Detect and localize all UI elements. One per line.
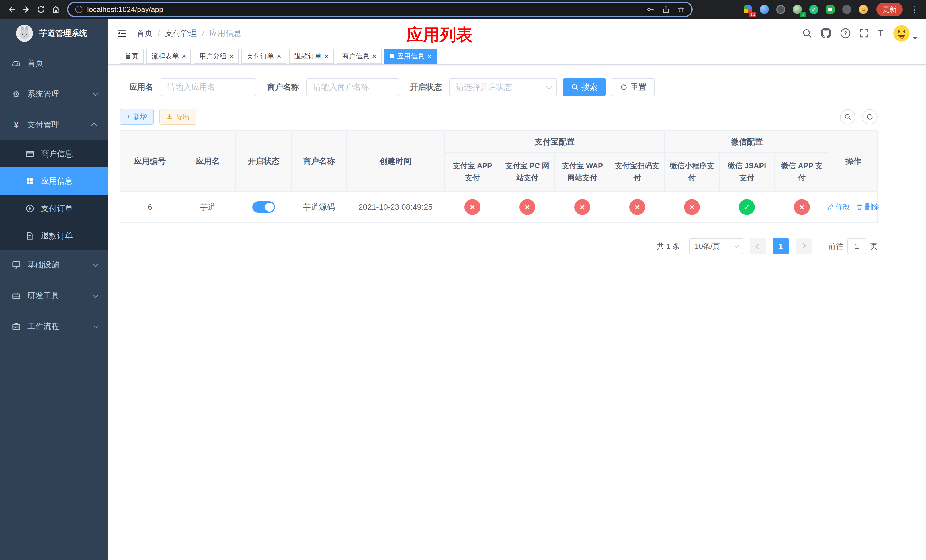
- close-icon[interactable]: ×: [229, 52, 233, 60]
- share-icon[interactable]: [662, 5, 670, 14]
- merchant-name-input[interactable]: [306, 78, 399, 96]
- tags-view: 首页 流程表单 × 用户分组 × 支付订单 × 退款订单 × 商户信息 ×: [108, 48, 926, 65]
- sidebar-item-workflow[interactable]: 工作流程: [0, 311, 108, 342]
- goto-page-input[interactable]: [847, 238, 866, 254]
- extension-icon-avatar[interactable]: 1: [791, 4, 803, 15]
- delete-link[interactable]: 删除: [856, 202, 879, 212]
- tab-user-group[interactable]: 用户分组 ×: [194, 49, 239, 64]
- sidebar-item-payment-orders[interactable]: 支付订单: [0, 195, 108, 222]
- sidebar-item-home[interactable]: 首页: [0, 48, 108, 79]
- collapse-sidebar-icon[interactable]: [117, 29, 127, 38]
- goto-label: 前往: [829, 241, 843, 251]
- page-title: 应用列表: [407, 24, 473, 46]
- url-text[interactable]: localhost:1024/pay/app: [87, 5, 642, 14]
- browser-back-button[interactable]: [4, 2, 19, 17]
- bookmark-star-icon[interactable]: ☆: [678, 5, 684, 14]
- tab-refund-orders[interactable]: 退款订单 ×: [289, 49, 334, 64]
- pagination: 共 1 条 10条/页 1 前往 页: [120, 238, 878, 254]
- refresh-table-button[interactable]: [862, 109, 878, 124]
- chevron-down-icon: [93, 323, 98, 328]
- fullscreen-icon[interactable]: [859, 29, 869, 38]
- gear-icon: ⚙: [11, 89, 21, 99]
- next-page-button[interactable]: [796, 238, 811, 254]
- close-icon[interactable]: ×: [182, 52, 186, 60]
- app-name-input[interactable]: [160, 78, 256, 96]
- tab-process-form[interactable]: 流程表单 ×: [146, 49, 191, 64]
- status-toggle[interactable]: [252, 201, 275, 213]
- extension-icon-green-chat[interactable]: [825, 4, 836, 15]
- topbar: 首页 / 支付管理 / 应用信息 应用列表 ?: [108, 19, 926, 48]
- close-icon[interactable]: ×: [427, 52, 431, 60]
- sidebar-item-app-info[interactable]: 应用信息: [0, 168, 108, 195]
- tab-label: 流程表单: [151, 51, 179, 61]
- tab-home[interactable]: 首页: [120, 49, 144, 64]
- total-count: 共 1 条: [657, 241, 680, 251]
- svg-text:?: ?: [844, 30, 847, 36]
- browser-home-button[interactable]: [48, 2, 63, 17]
- browser-refresh-button[interactable]: [33, 2, 48, 17]
- sidebar-item-infrastructure[interactable]: 基础设施: [0, 250, 108, 280]
- col-header-alipay-pc: 支付宝 PC 网站支付: [500, 153, 555, 191]
- extension-icon-green-check[interactable]: ✓: [808, 4, 820, 15]
- site-info-icon[interactable]: ⓘ: [75, 5, 83, 15]
- extension-icon-dark-ring[interactable]: [775, 4, 787, 15]
- search-icon[interactable]: [802, 28, 812, 38]
- page-size-value: 10条/页: [695, 241, 720, 251]
- status-label: 开启状态: [410, 82, 442, 92]
- dashboard-icon: [11, 58, 21, 68]
- extension-icon-gray[interactable]: [841, 4, 853, 15]
- font-size-icon[interactable]: T: [878, 28, 883, 39]
- chrome-update-button[interactable]: 更新: [876, 3, 903, 16]
- browser-forward-button[interactable]: [19, 2, 33, 17]
- browser-address-bar[interactable]: ⓘ localhost:1024/pay/app ☆: [67, 2, 693, 17]
- tab-app-info[interactable]: 应用信息 ×: [384, 49, 437, 64]
- sidebar-item-payment[interactable]: ¥ 支付管理: [0, 109, 108, 140]
- page-1-button[interactable]: 1: [773, 238, 789, 254]
- sidebar-item-dev-tools[interactable]: 研发工具: [0, 280, 108, 311]
- help-icon[interactable]: ?: [840, 28, 851, 39]
- cell-app-id: 6: [120, 191, 180, 222]
- search-button[interactable]: 搜索: [563, 78, 606, 96]
- sidebar-item-label: 工作流程: [27, 321, 59, 332]
- app-title: 芋道管理系统: [39, 28, 87, 39]
- close-icon[interactable]: ×: [372, 52, 377, 60]
- edit-link[interactable]: 修改: [827, 202, 850, 212]
- col-header-app-name: 应用名: [180, 131, 236, 191]
- alipay-app-status-icon: [465, 199, 480, 215]
- breadcrumb-payment[interactable]: 支付管理: [165, 28, 197, 39]
- monitor-icon: [11, 260, 21, 270]
- col-header-alipay-wap: 支付宝 WAP 网站支付: [555, 153, 610, 191]
- wechat-app-status-icon: [794, 199, 810, 215]
- extension-icon-blue[interactable]: [758, 4, 770, 15]
- close-icon[interactable]: ×: [277, 52, 281, 60]
- add-button[interactable]: + 新增: [120, 109, 154, 125]
- toolbox-icon: [11, 291, 21, 301]
- breadcrumb: 首页 / 支付管理 / 应用信息: [137, 28, 242, 39]
- sidebar-item-system[interactable]: ⚙ 系统管理: [0, 79, 108, 109]
- chevron-down-icon: [546, 83, 552, 89]
- extension-icon-orange-face[interactable]: ☺: [858, 4, 869, 15]
- close-icon[interactable]: ×: [325, 52, 329, 60]
- chevron-down-icon: [913, 37, 917, 39]
- app-table: 应用编号 应用名 开启状态 商户名称 创建时间 支付宝配置 微信配置 操作 支付…: [120, 130, 878, 223]
- toggle-search-button[interactable]: [840, 109, 855, 124]
- wechat-mini-status-icon: [684, 199, 700, 215]
- reset-button[interactable]: 重置: [612, 78, 655, 96]
- user-menu[interactable]: [893, 25, 917, 42]
- github-icon[interactable]: [821, 28, 831, 39]
- page-size-select[interactable]: 10条/页: [689, 238, 743, 254]
- tab-merchant-info[interactable]: 商户信息 ×: [337, 49, 381, 64]
- status-select[interactable]: 请选择开启状态: [449, 78, 557, 96]
- tab-payment-orders[interactable]: 支付订单 ×: [242, 49, 286, 64]
- password-key-icon[interactable]: [646, 5, 655, 14]
- export-button[interactable]: 导出: [159, 109, 197, 125]
- prev-page-button[interactable]: [750, 238, 766, 254]
- sidebar-logo[interactable]: 芋道管理系统: [0, 19, 108, 48]
- sidebar-item-refund-orders[interactable]: 退款订单: [0, 222, 108, 250]
- breadcrumb-home[interactable]: 首页: [137, 28, 153, 39]
- sidebar-item-merchant-info[interactable]: 商户信息: [0, 140, 108, 168]
- sidebar-item-label: 基础设施: [27, 259, 59, 270]
- col-header-alipay-app: 支付宝 APP 支付: [445, 153, 500, 191]
- extension-icon-grid[interactable]: 10: [742, 4, 754, 15]
- browser-menu-icon[interactable]: ⋮: [911, 5, 919, 15]
